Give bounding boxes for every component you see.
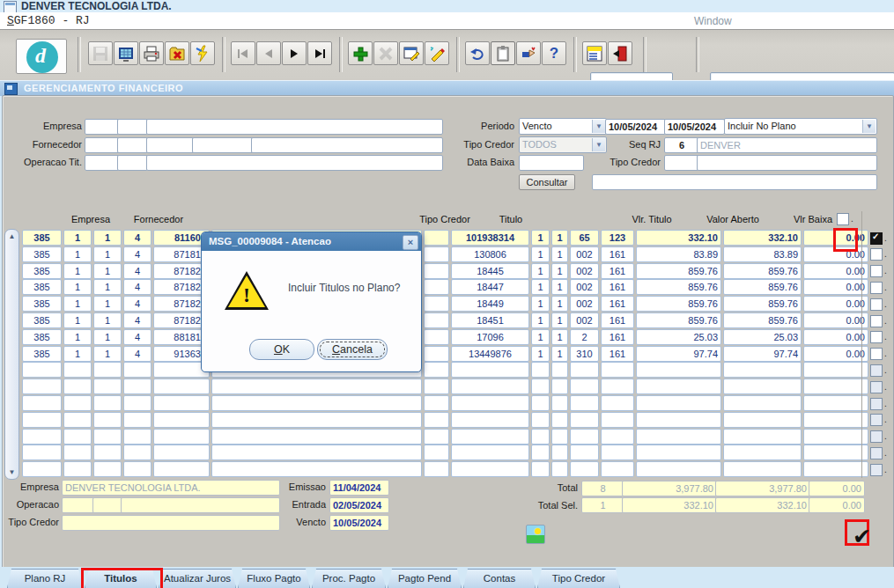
cell-col5[interactable] (211, 429, 422, 445)
tipo-credor2-desc-input[interactable] (697, 155, 877, 171)
row-select-checkbox[interactable] (870, 230, 887, 246)
cell-valor_aberto[interactable] (723, 379, 802, 394)
cell-empresa-0[interactable] (22, 429, 62, 445)
row-select-checkbox[interactable] (870, 296, 887, 312)
cell-vlr_baixa[interactable]: 0.00 (803, 263, 868, 279)
cell-empresa-1[interactable] (63, 429, 92, 445)
cell-titulo-1[interactable]: 1 (531, 329, 550, 345)
row-select-checkbox[interactable] (870, 461, 887, 477)
row-select-checkbox[interactable] (870, 279, 887, 295)
operacao-code2-input[interactable] (117, 155, 148, 171)
cell-col6[interactable] (424, 296, 449, 312)
insert-record-button[interactable] (348, 41, 373, 65)
fornecedor-code-input[interactable] (85, 137, 120, 153)
cell-vlr_titulo[interactable]: 859.76 (636, 279, 721, 295)
cell-vlr_titulo[interactable]: 25.03 (636, 329, 721, 345)
cell-titulo-3[interactable]: 310 (570, 346, 599, 362)
cell-titulo-4[interactable] (601, 395, 634, 411)
cell-col5[interactable] (211, 379, 422, 394)
cell-empresa-0[interactable]: 385 (22, 246, 62, 262)
empresa-code2-input[interactable] (117, 119, 148, 135)
seq-rj-input[interactable]: 6 (664, 137, 699, 153)
cell-titulo-3[interactable] (570, 362, 599, 378)
cell-empresa-3[interactable]: 4 (123, 296, 151, 312)
cell-titulo-0[interactable] (451, 412, 529, 428)
cell-vlr_titulo[interactable] (636, 445, 721, 460)
cell-empresa-0[interactable]: 385 (22, 329, 62, 345)
cell-vlr_titulo[interactable]: 332.10 (636, 230, 721, 246)
cell-empresa-2[interactable] (93, 395, 122, 411)
cell-vlr_titulo[interactable]: 83.89 (636, 246, 721, 262)
cell-valor_aberto[interactable] (723, 362, 802, 378)
cell-titulo-2[interactable] (551, 445, 568, 460)
cell-empresa-0[interactable] (22, 395, 62, 411)
cell-vlr_baixa[interactable] (803, 461, 868, 477)
cell-empresa-1[interactable]: 1 (63, 296, 92, 312)
date-to-input[interactable]: 10/05/2024 (664, 119, 725, 135)
ok-button[interactable]: OK (249, 339, 314, 360)
cell-col6[interactable] (424, 362, 449, 378)
cell-vlr_baixa[interactable] (803, 362, 868, 378)
cell-empresa-1[interactable]: 1 (63, 279, 92, 295)
last-record-button[interactable] (307, 41, 332, 65)
cell-col6[interactable] (424, 230, 449, 246)
cell-valor_aberto[interactable] (723, 461, 802, 477)
cell-vlr_baixa[interactable]: 0.00 (803, 230, 868, 246)
tab-tipo-credor[interactable]: Tipo Credor (537, 569, 620, 588)
cell-vlr_baixa[interactable]: 0.00 (803, 346, 868, 362)
cell-titulo-2[interactable]: 1 (551, 230, 568, 246)
date-from-input[interactable]: 10/05/2024 (605, 119, 666, 135)
cell-col6[interactable] (424, 461, 449, 477)
cell-fornecedor[interactable] (153, 445, 210, 460)
cell-col6[interactable] (424, 395, 449, 411)
cell-titulo-4[interactable]: 161 (601, 296, 634, 312)
cell-empresa-2[interactable] (93, 412, 122, 428)
cell-empresa-2[interactable] (93, 445, 122, 460)
row-select-checkbox[interactable] (870, 362, 887, 378)
scroll-up-icon[interactable]: ▲ (5, 232, 18, 240)
denver-logo-button[interactable]: d (16, 39, 67, 74)
cell-titulo-4[interactable]: 161 (601, 263, 634, 279)
cell-empresa-0[interactable] (22, 412, 62, 428)
cell-titulo-1[interactable]: 1 (531, 346, 550, 362)
cell-empresa-2[interactable]: 1 (93, 279, 122, 295)
data-baixa-input[interactable] (519, 155, 584, 171)
cell-empresa-3[interactable] (123, 362, 151, 378)
exit-button[interactable] (608, 41, 632, 65)
cell-titulo-3[interactable]: 002 (570, 279, 599, 295)
cell-titulo-4[interactable]: 161 (601, 246, 634, 262)
cell-titulo-4[interactable] (601, 379, 634, 394)
cell-valor_aberto[interactable]: 25.03 (723, 329, 802, 345)
cell-titulo-3[interactable] (570, 395, 599, 411)
cell-valor_aberto[interactable]: 859.76 (723, 312, 802, 328)
cell-titulo-2[interactable] (551, 429, 568, 445)
cell-titulo-0[interactable]: 13449876 (451, 346, 529, 362)
cell-titulo-2[interactable]: 1 (551, 246, 568, 262)
image-button[interactable] (526, 525, 545, 544)
cell-empresa-3[interactable] (123, 429, 151, 445)
cell-fornecedor[interactable] (153, 461, 210, 477)
footer-operacao-code-field[interactable] (62, 497, 95, 513)
cell-titulo-2[interactable]: 1 (551, 329, 568, 345)
edit-field-button[interactable] (399, 41, 424, 65)
cell-col5[interactable] (211, 461, 422, 477)
tab-plano-rj[interactable]: Plano RJ (7, 569, 83, 588)
previous-record-button[interactable] (256, 41, 281, 65)
row-select-checkbox[interactable] (870, 263, 887, 279)
cell-titulo-3[interactable] (570, 379, 599, 394)
fornecedor-num2-input[interactable] (192, 137, 255, 153)
cell-valor_aberto[interactable] (723, 412, 802, 428)
cell-vlr_titulo[interactable]: 859.76 (636, 312, 721, 328)
cell-fornecedor[interactable] (153, 395, 210, 411)
cell-vlr_baixa[interactable] (803, 412, 868, 428)
footer-operacao-code2-field[interactable] (92, 497, 123, 513)
cell-empresa-0[interactable]: 385 (22, 263, 62, 279)
menu-button[interactable] (582, 41, 607, 65)
cell-valor_aberto[interactable] (723, 445, 802, 460)
cell-vlr_baixa[interactable]: 0.00 (803, 312, 868, 328)
cell-titulo-3[interactable] (570, 412, 599, 428)
cell-titulo-4[interactable]: 161 (601, 329, 634, 345)
cell-titulo-4[interactable]: 123 (601, 230, 634, 246)
cell-empresa-2[interactable]: 1 (93, 246, 122, 262)
cell-titulo-0[interactable]: 18451 (451, 312, 529, 328)
